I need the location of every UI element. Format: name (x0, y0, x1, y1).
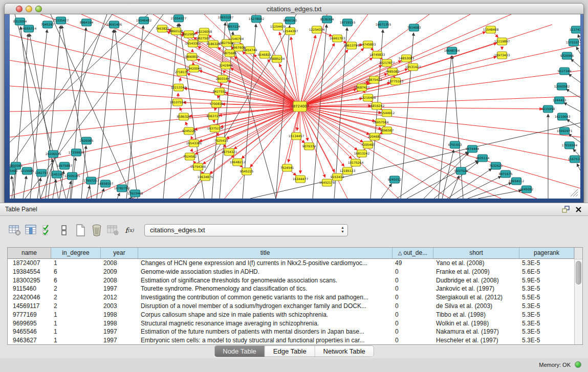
table-cell[interactable]: 2003 (101, 302, 138, 311)
network-node[interactable]: 16754321 (222, 148, 237, 156)
network-node[interactable]: 1244413 (553, 97, 567, 104)
table-cell[interactable]: 1997 (101, 327, 138, 336)
network-table-select[interactable]: citations_edges.txt ▲▼ (144, 224, 348, 236)
tab-node-table[interactable]: Node Table (214, 346, 265, 357)
table-cell[interactable]: 0 (393, 285, 433, 293)
table-row[interactable]: 946362711997Embryonic stem cells: a mode… (8, 336, 574, 344)
table-cell[interactable]: 5.3E-5 (519, 327, 574, 336)
network-node[interactable]: 10648212 (230, 159, 246, 166)
network-node[interactable]: 16957584 (373, 119, 389, 126)
table-cell[interactable]: 5.3E-5 (519, 259, 574, 268)
network-node[interactable]: 15751074 (566, 39, 580, 46)
network-node[interactable]: 10531427 (405, 63, 421, 71)
network-node[interactable]: 8964164 (80, 19, 94, 26)
network-node[interactable]: 11548408 (483, 26, 499, 33)
network-node[interactable]: 12923448 (127, 190, 143, 197)
table-cell[interactable]: 1 (51, 319, 101, 328)
table-cell[interactable]: 9115460 (8, 285, 51, 293)
network-node[interactable]: 9890812 (185, 53, 199, 60)
network-canvas[interactable]: 8313054240557247045267213354278964164206… (10, 14, 580, 199)
table-cell[interactable]: 1 (51, 327, 101, 336)
network-node[interactable]: 13216408 (360, 94, 376, 101)
vertical-scrollbar[interactable] (574, 248, 582, 344)
network-node[interactable]: 7632621 (489, 162, 503, 169)
network-node[interactable]: 23226058 (197, 28, 212, 35)
table-cell[interactable]: 0 (393, 319, 433, 328)
network-node[interactable]: 15134457 (289, 133, 304, 140)
network-window-titlebar[interactable]: citations_edges.txt (4, 3, 584, 14)
table-cell[interactable]: 14569117 (8, 302, 51, 311)
row-height-icon[interactable] (56, 223, 72, 237)
table-row[interactable]: 1456911722003Disruption of a novel membe… (8, 302, 574, 311)
network-node[interactable]: 10654112 (509, 178, 525, 185)
network-node[interactable]: 17957253 (83, 177, 99, 184)
table-cell[interactable]: 49 (393, 259, 433, 268)
table-cell[interactable]: 2 (51, 293, 101, 302)
network-node[interactable]: 18775163 (388, 78, 404, 85)
network-node[interactable]: 10653287 (218, 14, 234, 21)
network-node[interactable]: 24055724 (21, 25, 37, 32)
table-cell[interactable]: 5.6E-5 (519, 268, 574, 276)
table-cell[interactable]: Tibbo et al. (1998) (433, 311, 519, 319)
network-node[interactable]: 8363721 (207, 113, 221, 120)
network-node[interactable]: 10719155 (340, 19, 356, 26)
network-node[interactable]: 7463822 (156, 25, 169, 32)
select-columns-icon[interactable] (40, 223, 55, 237)
network-node[interactable]: 9079374 (302, 143, 316, 150)
network-node[interactable]: 12185123 (340, 167, 356, 174)
network-node[interactable]: 21335427 (53, 17, 69, 24)
table-cell[interactable]: 22420046 (8, 293, 51, 302)
network-node[interactable]: 9545225 (240, 168, 254, 175)
network-node[interactable]: 16648784 (444, 47, 460, 54)
network-node[interactable]: 7514683 (407, 24, 421, 31)
network-node[interactable]: 16671355 (376, 21, 391, 28)
table-cell[interactable]: 5.3E-5 (519, 336, 574, 344)
table-cell[interactable]: 0 (393, 327, 433, 336)
network-node[interactable]: 19745833 (369, 51, 385, 58)
column-header-pagerank[interactable]: pagerank (519, 248, 574, 258)
scrollbar-track[interactable] (575, 259, 582, 344)
table-cell[interactable]: 2 (51, 285, 101, 293)
show-columns-icon[interactable] (24, 223, 39, 237)
network-node[interactable]: 7524541 (280, 164, 294, 171)
network-node[interactable]: 2935114 (476, 155, 490, 162)
network-node[interactable]: 2204687 (368, 133, 382, 140)
column-header-in_degree[interactable]: in_degree (51, 248, 101, 258)
table-cell[interactable]: de Silva et al. (2003) (433, 302, 519, 311)
network-node[interactable]: 7525413 (214, 137, 228, 144)
table-cell[interactable]: 9777169 (8, 311, 51, 319)
table-row[interactable]: 969969511998Structural magnetic resonanc… (8, 319, 574, 328)
table-cell[interactable]: 2 (51, 302, 101, 311)
table-row[interactable]: 911546021997Tourette syndrome. Phenomeno… (8, 285, 574, 293)
table-cell[interactable]: 6 (51, 268, 101, 276)
network-node[interactable]: 8912954 (182, 31, 196, 38)
column-header-short[interactable]: short (433, 248, 519, 258)
network-node[interactable]: 17016504 (562, 142, 578, 149)
network-node[interactable]: 9245012 (388, 176, 402, 183)
table-cell[interactable]: Yano et al. (2008) (433, 259, 519, 268)
column-header-year[interactable]: year (101, 248, 138, 258)
table-cell[interactable]: Structural magnetic resonance image aver… (138, 319, 393, 328)
network-node[interactable]: 1342757 (35, 169, 49, 177)
network-node[interactable]: 16754346 (190, 163, 206, 170)
network-node[interactable]: 9245052 (520, 186, 534, 193)
float-window-icon[interactable] (561, 206, 570, 215)
network-node[interactable]: 1145194 (50, 171, 64, 178)
table-settings-icon[interactable] (7, 223, 23, 237)
table-cell[interactable]: 18724007 (8, 259, 51, 268)
table-cell[interactable]: 6 (51, 276, 101, 285)
new-table-icon[interactable] (73, 223, 88, 237)
table-row[interactable]: 1830029562008Estimation of significance … (8, 276, 574, 285)
table-cell[interactable]: Embryonic stem cells: a model to study s… (138, 336, 393, 344)
table-cell[interactable]: 2009 (101, 268, 138, 276)
network-node[interactable]: 1167533 (568, 156, 580, 163)
network-node[interactable]: 16958107 (98, 180, 114, 187)
table-cell[interactable]: 1997 (101, 285, 138, 293)
network-node[interactable]: 8860128 (169, 28, 183, 35)
network-node[interactable]: 16210643 (555, 113, 571, 120)
network-node[interactable]: 7045267 (41, 21, 55, 28)
network-node[interactable]: 8454749 (244, 47, 257, 54)
column-header-out_de[interactable]: △out_de... (393, 248, 433, 258)
table-cell[interactable]: Jankovic et al. (1997) (433, 285, 519, 293)
table-cell[interactable]: 18300295 (8, 276, 51, 285)
